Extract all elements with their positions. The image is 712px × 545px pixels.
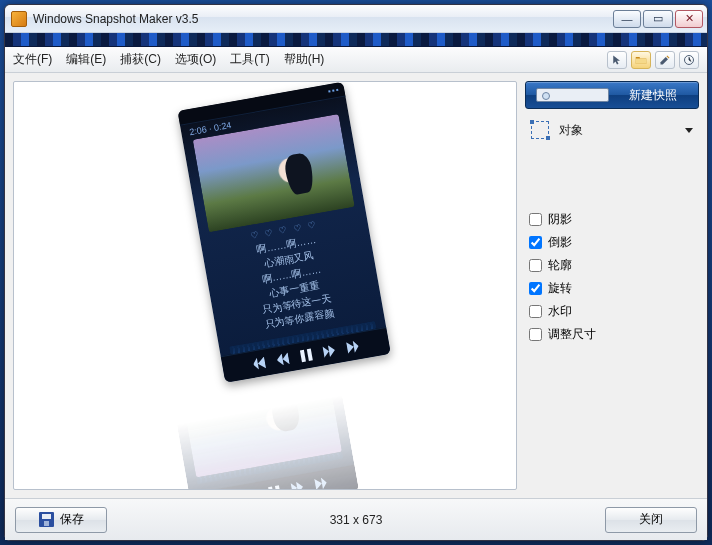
save-label: 保存 — [60, 511, 84, 528]
check-shadow[interactable]: 阴影 — [529, 211, 699, 228]
decorative-strip — [5, 33, 707, 47]
check-label: 旋转 — [548, 280, 572, 297]
forward-icon — [322, 344, 336, 358]
rewind-icon — [276, 352, 290, 366]
menu-capture[interactable]: 捕获(C) — [120, 51, 161, 68]
check-watermark-box[interactable] — [529, 305, 542, 318]
next-icon — [346, 340, 360, 354]
check-reflection[interactable]: 倒影 — [529, 234, 699, 251]
player-mock: 2:06 · 0:24 ♡ ♡ ♡ ♡ ♡ 啊……啊…… 心潮雨又风 啊……啊…… — [177, 82, 390, 383]
maximize-button[interactable]: ▭ — [643, 10, 673, 28]
effect-options: 阴影 倒影 轮廓 旋转 水印 调整尺寸 — [525, 211, 699, 343]
pause-icon — [299, 348, 312, 362]
close-label: 关闭 — [639, 511, 663, 528]
menu-items: 文件(F) 编辑(E) 捕获(C) 选项(O) 工具(T) 帮助(H) — [13, 51, 324, 68]
edit-icon[interactable] — [655, 51, 675, 69]
check-label: 调整尺寸 — [548, 326, 596, 343]
close-button[interactable]: 关闭 — [605, 507, 697, 533]
prev-icon — [252, 357, 266, 371]
check-resize[interactable]: 调整尺寸 — [529, 326, 699, 343]
minimize-button[interactable]: — — [613, 10, 641, 28]
capture-mode-label: 对象 — [559, 122, 583, 139]
menu-options[interactable]: 选项(O) — [175, 51, 216, 68]
object-icon — [531, 121, 549, 139]
check-shadow-box[interactable] — [529, 213, 542, 226]
menu-edit[interactable]: 编辑(E) — [66, 51, 106, 68]
check-outline[interactable]: 轮廓 — [529, 257, 699, 274]
folder-icon[interactable] — [631, 51, 651, 69]
camera-icon — [536, 88, 609, 102]
menu-file[interactable]: 文件(F) — [13, 51, 52, 68]
cursor-icon[interactable] — [607, 51, 627, 69]
chevron-down-icon — [685, 128, 693, 133]
new-snapshot-button[interactable]: 新建快照 — [525, 81, 699, 109]
check-label: 水印 — [548, 303, 572, 320]
check-resize-box[interactable] — [529, 328, 542, 341]
check-label: 倒影 — [548, 234, 572, 251]
client-area: 2:06 · 0:24 ♡ ♡ ♡ ♡ ♡ 啊……啊…… 心潮雨又风 啊……啊…… — [5, 73, 707, 498]
check-outline-box[interactable] — [529, 259, 542, 272]
menubar: 文件(F) 编辑(E) 捕获(C) 选项(O) 工具(T) 帮助(H) — [5, 47, 707, 73]
clock-icon[interactable] — [679, 51, 699, 69]
app-window: Windows Snapshot Maker v3.5 — ▭ ✕ 文件(F) … — [4, 4, 708, 541]
check-reflection-box[interactable] — [529, 236, 542, 249]
toolbar-right — [607, 51, 699, 69]
preview-image: 2:06 · 0:24 ♡ ♡ ♡ ♡ ♡ 啊……啊…… 心潮雨又风 啊……啊…… — [177, 82, 390, 383]
save-button[interactable]: 保存 — [15, 507, 107, 533]
check-label: 阴影 — [548, 211, 572, 228]
sidebar: 新建快照 对象 阴影 倒影 轮廓 旋转 水印 调整尺寸 — [525, 81, 699, 490]
app-icon — [11, 11, 27, 27]
check-label: 轮廓 — [548, 257, 572, 274]
check-watermark[interactable]: 水印 — [529, 303, 699, 320]
new-snapshot-label: 新建快照 — [617, 87, 688, 104]
save-icon — [39, 512, 54, 527]
menu-help[interactable]: 帮助(H) — [284, 51, 325, 68]
titlebar: Windows Snapshot Maker v3.5 — ▭ ✕ — [5, 5, 707, 33]
dimensions-readout: 331 x 673 — [330, 513, 383, 527]
check-rotate-box[interactable] — [529, 282, 542, 295]
capture-mode-selector[interactable]: 对象 — [525, 119, 699, 141]
window-controls: — ▭ ✕ — [613, 10, 703, 28]
close-window-button[interactable]: ✕ — [675, 10, 703, 28]
preview-stage: 2:06 · 0:24 ♡ ♡ ♡ ♡ ♡ 啊……啊…… 心潮雨又风 啊……啊…… — [181, 96, 349, 490]
check-rotate[interactable]: 旋转 — [529, 280, 699, 297]
menu-tools[interactable]: 工具(T) — [230, 51, 269, 68]
preview-reflection — [171, 362, 359, 490]
bottombar: 保存 331 x 673 关闭 — [5, 498, 707, 540]
canvas-panel[interactable]: 2:06 · 0:24 ♡ ♡ ♡ ♡ ♡ 啊……啊…… 心潮雨又风 啊……啊…… — [13, 81, 517, 490]
window-title: Windows Snapshot Maker v3.5 — [33, 12, 613, 26]
